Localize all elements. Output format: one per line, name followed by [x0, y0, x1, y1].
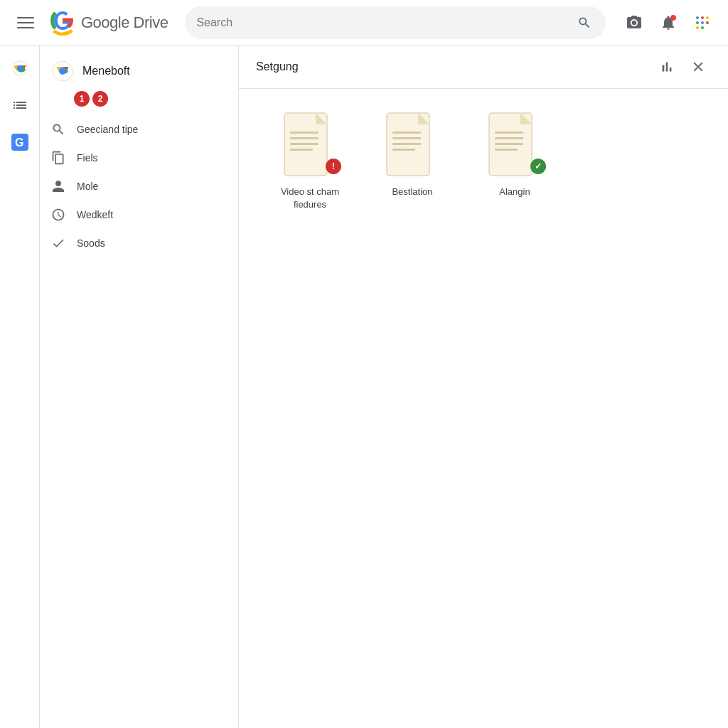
svg-rect-21 — [290, 132, 318, 134]
filter-panel-header: Meneboft — [40, 54, 238, 91]
main-content: Setgung — [239, 46, 728, 728]
svg-point-9 — [706, 21, 709, 24]
document-icon-1 — [384, 112, 441, 180]
camera-icon-btn[interactable] — [620, 9, 648, 37]
top-bar-right — [620, 9, 717, 37]
notification-icon-btn[interactable] — [654, 9, 682, 37]
svg-rect-35 — [495, 143, 523, 145]
search-button[interactable] — [574, 13, 594, 33]
filter-label-mole: Mole — [77, 181, 98, 192]
filter-panel-title: Meneboft — [82, 65, 130, 77]
file-item-0[interactable]: ! Video st cham fiedures — [267, 112, 353, 211]
svg-rect-34 — [495, 137, 523, 139]
filter-label-wedkeft: Wedkeft — [77, 209, 113, 220]
app-title: Google Drive — [81, 14, 168, 32]
filter-panel: Meneboft 1 2 Geeciand tipe Fiels — [40, 46, 239, 728]
file-label-2: Alangin — [499, 186, 530, 198]
svg-point-8 — [701, 21, 704, 24]
header-actions — [654, 54, 711, 80]
file-icon-wrapper-0: ! — [282, 112, 338, 180]
svg-point-10 — [696, 26, 699, 29]
svg-text:G: G — [15, 136, 23, 149]
sidebar-g-icon[interactable]: G — [3, 125, 37, 159]
svg-rect-23 — [290, 143, 318, 145]
svg-rect-22 — [290, 137, 318, 139]
svg-point-3 — [670, 15, 676, 21]
svg-rect-24 — [290, 149, 313, 151]
files-grid: ! Video st cham fiedures — [239, 89, 728, 234]
badge-1: 1 — [74, 91, 90, 107]
svg-rect-33 — [495, 132, 523, 134]
file-icon-wrapper-1 — [384, 112, 441, 180]
svg-rect-2 — [17, 27, 34, 28]
person-filter-icon — [51, 179, 65, 193]
filter-label-soods: Soods — [77, 237, 105, 249]
svg-point-7 — [696, 21, 699, 24]
file-label-1: Bestlation — [392, 186, 432, 198]
google-logo[interactable]: Google Drive — [48, 9, 168, 37]
svg-point-4 — [696, 16, 699, 19]
main-layout: G Meneboft 1 2 — [0, 46, 728, 728]
search-bar[interactable] — [185, 6, 606, 39]
clock-filter-icon — [51, 208, 65, 222]
svg-rect-30 — [392, 149, 415, 151]
chart-icon-btn[interactable] — [654, 54, 680, 80]
search-filter-icon — [51, 122, 65, 136]
file-label-0: Video st cham fiedures — [267, 186, 353, 211]
svg-point-11 — [701, 26, 704, 29]
content-header: Setgung — [239, 46, 728, 89]
filter-item-wedkeft[interactable]: Wedkeft — [40, 200, 232, 229]
file-badge-0: ! — [326, 159, 341, 174]
notification-badges: 1 2 — [40, 91, 238, 115]
svg-rect-27 — [392, 132, 421, 134]
sidebar-icons: G — [0, 46, 40, 728]
copy-filter-icon — [51, 151, 65, 165]
svg-rect-0 — [17, 17, 34, 18]
file-badge-2: ✓ — [530, 159, 546, 174]
filter-label-fiels: Fiels — [77, 152, 98, 164]
top-bar: Google Drive — [0, 0, 728, 46]
close-icon-btn[interactable] — [685, 54, 711, 80]
sidebar-list-icon[interactable] — [3, 88, 37, 122]
filter-item-mole[interactable]: Mole — [40, 172, 232, 200]
search-input[interactable] — [196, 16, 574, 29]
sidebar-chrome-icon[interactable] — [3, 51, 37, 85]
svg-rect-1 — [17, 22, 34, 23]
badge-2: 2 — [92, 91, 108, 107]
apps-icon-btn[interactable] — [688, 9, 717, 37]
file-item-1[interactable]: Bestlation — [370, 112, 455, 211]
svg-rect-29 — [392, 143, 421, 145]
filter-item-soods[interactable]: Soods — [40, 229, 232, 257]
file-item-2[interactable]: ✓ Alangin — [472, 112, 557, 211]
content-title: Setgung — [256, 60, 299, 73]
file-icon-wrapper-2: ✓ — [486, 112, 543, 180]
svg-rect-36 — [495, 149, 518, 151]
svg-rect-28 — [392, 137, 421, 139]
filter-item-fiels[interactable]: Fiels — [40, 144, 232, 172]
filter-item-geeciand-tipe[interactable]: Geeciand tipe — [40, 115, 232, 144]
svg-point-5 — [701, 16, 704, 19]
svg-point-14 — [17, 65, 23, 71]
check-filter-icon — [51, 236, 65, 250]
svg-point-6 — [706, 16, 709, 19]
svg-point-18 — [59, 68, 66, 75]
filter-label-geeciand-tipe: Geeciand tipe — [77, 124, 138, 135]
hamburger-menu[interactable] — [11, 9, 40, 37]
